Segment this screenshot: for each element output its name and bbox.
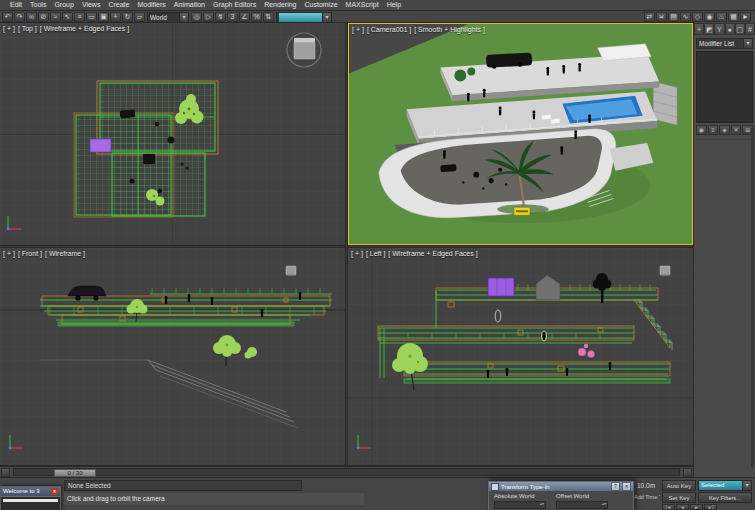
viewport-shading-button[interactable]: [ Wireframe + Edged Faces ]	[40, 25, 129, 32]
viewport-top[interactable]: [ + ] [ Top ] [ Wireframe + Edged Faces …	[0, 23, 345, 245]
welcome-window-titlebar[interactable]: Welcome to 3 ✕	[1, 487, 60, 496]
menu-item[interactable]: Modifiers	[133, 0, 169, 10]
display-tab[interactable]: ▢	[735, 23, 745, 35]
menu-item[interactable]: Group	[50, 0, 77, 10]
menu-item[interactable]: Create	[104, 0, 133, 10]
viewport-shading-button[interactable]: [ Wireframe + Edged Faces ]	[388, 250, 477, 257]
show-end-result-button[interactable]: ≡	[708, 125, 719, 135]
panel-scrollbar[interactable]	[751, 127, 754, 467]
align-icon[interactable]: ≍	[656, 12, 667, 22]
key-filters-button[interactable]: Key Filters...	[698, 492, 752, 503]
transform-type-in-titlebar[interactable]: Transform Type-In ? ✕	[489, 482, 633, 491]
select-by-name-icon[interactable]: ≡	[74, 12, 85, 22]
viewport-name-button[interactable]: [ Front ]	[18, 250, 42, 257]
top-viewport-canvas[interactable]	[0, 23, 345, 245]
open-mini-curve-editor-button[interactable]	[1, 468, 10, 477]
window-crossing-icon[interactable]: ▣	[98, 12, 109, 22]
viewport-name-button[interactable]: [ Left ]	[366, 250, 385, 257]
close-icon[interactable]: ✕	[622, 482, 631, 491]
select-and-rotate-icon[interactable]: ↻	[122, 12, 133, 22]
mirror-icon[interactable]: ⇄	[644, 12, 655, 22]
menu-item[interactable]: Edit	[6, 0, 26, 10]
go-to-start-button[interactable]: |◄	[662, 504, 675, 510]
percent-snap-icon[interactable]: %	[251, 12, 262, 22]
select-and-move-icon[interactable]: +	[110, 12, 121, 22]
viewport-left[interactable]: [ + ] [ Left ] [ Wireframe + Edged Faces…	[348, 248, 693, 465]
snaps-toggle-icon[interactable]: 3	[227, 12, 238, 22]
use-pivot-point-center-icon[interactable]: ◎	[191, 12, 202, 22]
undo-icon[interactable]: ↶	[2, 12, 13, 22]
viewport-name-button[interactable]: [ Top ]	[18, 25, 37, 32]
viewport-menu-button[interactable]: [ + ]	[351, 250, 363, 257]
menu-item[interactable]: Customize	[300, 0, 341, 10]
rendered-frame-window-icon[interactable]: ▦	[728, 12, 739, 22]
modify-tab[interactable]: ◩	[704, 23, 714, 35]
select-and-scale-icon[interactable]: ▱	[134, 12, 145, 22]
schematic-view-icon[interactable]: ◇	[692, 12, 703, 22]
close-icon[interactable]: ✕	[51, 488, 58, 495]
reference-coordinate-system-combo[interactable]: World ▾	[147, 12, 189, 23]
front-viewport-canvas[interactable]	[0, 248, 345, 465]
remove-modifier-button[interactable]: ✕	[731, 125, 742, 135]
viewport-camera[interactable]: [ + ] [ Camera001 ] [ Smooth + Highlight…	[348, 23, 693, 245]
previous-frame-button[interactable]: ◄	[676, 504, 689, 510]
menu-item[interactable]: Tools	[26, 0, 50, 10]
time-slider-end-button[interactable]	[683, 468, 692, 477]
render-production-icon[interactable]: ►	[740, 12, 751, 22]
select-and-manipulate-icon[interactable]: ▷	[203, 12, 214, 22]
utilities-tab[interactable]: #	[745, 23, 755, 35]
viewport-front[interactable]: [ + ] [ Front ] [ Wireframe ]	[0, 248, 345, 465]
viewport-name-button[interactable]: [ Camera001 ]	[367, 26, 411, 33]
pin-stack-button[interactable]: ◉	[696, 125, 707, 135]
animation-selection-set-combo[interactable]: Selected ▾	[698, 480, 752, 491]
help-icon[interactable]: ?	[611, 482, 620, 491]
select-and-link-icon[interactable]: ∞	[26, 12, 37, 22]
material-editor-icon[interactable]: ◉	[704, 12, 715, 22]
rectangular-selection-region-icon[interactable]: ▭	[86, 12, 97, 22]
viewport-shading-button[interactable]: [ Smooth + Highlights ]	[414, 26, 485, 33]
next-frame-button[interactable]: ►|	[704, 504, 717, 510]
angle-snap-icon[interactable]: ∠	[239, 12, 250, 22]
modifier-list-dropdown[interactable]: Modifier List ▾	[696, 38, 753, 49]
named-selection-sets-combo[interactable]: ▾	[276, 12, 332, 23]
motion-tab[interactable]: ●	[725, 23, 735, 35]
modifier-stack-buttons: ◉≡◈✕⊞	[694, 123, 755, 137]
create-tab[interactable]: +	[694, 23, 704, 35]
camera-viewport-canvas[interactable]	[349, 24, 692, 244]
viewport-menu-button[interactable]: [ + ]	[3, 25, 15, 32]
time-slider-handle[interactable]: 0 / 30	[54, 469, 96, 477]
rollout-area	[696, 139, 753, 476]
bind-to-space-warp-icon[interactable]: ≈	[50, 12, 61, 22]
redo-icon[interactable]: ↷	[14, 12, 25, 22]
keyboard-shortcut-override-icon[interactable]: ↯	[215, 12, 226, 22]
select-object-icon[interactable]: ↖	[62, 12, 73, 22]
unlink-selection-icon[interactable]: ⊘	[38, 12, 49, 22]
layer-manager-icon[interactable]: ▤	[668, 12, 679, 22]
viewport-label: [ + ] [ Left ] [ Wireframe + Edged Faces…	[351, 250, 478, 257]
time-slider-track[interactable]: 0 / 30	[13, 468, 680, 476]
hierarchy-tab[interactable]: Y	[714, 23, 724, 35]
menu-item[interactable]: Graph Editors	[209, 0, 260, 10]
curve-editor-icon[interactable]: ∿	[680, 12, 691, 22]
auto-key-button[interactable]: Auto Key	[662, 480, 696, 491]
modifier-stack-list[interactable]	[696, 51, 753, 123]
menu-item[interactable]: MAXScript	[342, 0, 383, 10]
spinner-snap-icon[interactable]: ⇅	[263, 12, 274, 22]
welcome-window-body	[1, 496, 60, 510]
welcome-window[interactable]: Welcome to 3 ✕	[0, 486, 61, 510]
absolute-x-field[interactable]: ▴▾	[494, 501, 546, 509]
menu-item[interactable]: Rendering	[260, 0, 300, 10]
make-unique-button[interactable]: ◈	[719, 125, 730, 135]
add-time-tag[interactable]: Add Time Tag	[634, 494, 660, 500]
viewport-menu-button[interactable]: [ + ]	[352, 26, 364, 33]
left-viewport-canvas[interactable]	[348, 248, 693, 465]
menu-item[interactable]: Help	[383, 0, 405, 10]
set-key-button[interactable]: Set Key	[662, 492, 696, 503]
menu-item[interactable]: Animation	[170, 0, 209, 10]
render-setup-icon[interactable]: ♨	[716, 12, 727, 22]
offset-x-field[interactable]: ▴▾	[556, 501, 608, 509]
viewport-shading-button[interactable]: [ Wireframe ]	[45, 250, 85, 257]
menu-item[interactable]: Views	[78, 0, 105, 10]
play-button[interactable]: ►	[690, 504, 703, 510]
viewport-menu-button[interactable]: [ + ]	[3, 250, 15, 257]
